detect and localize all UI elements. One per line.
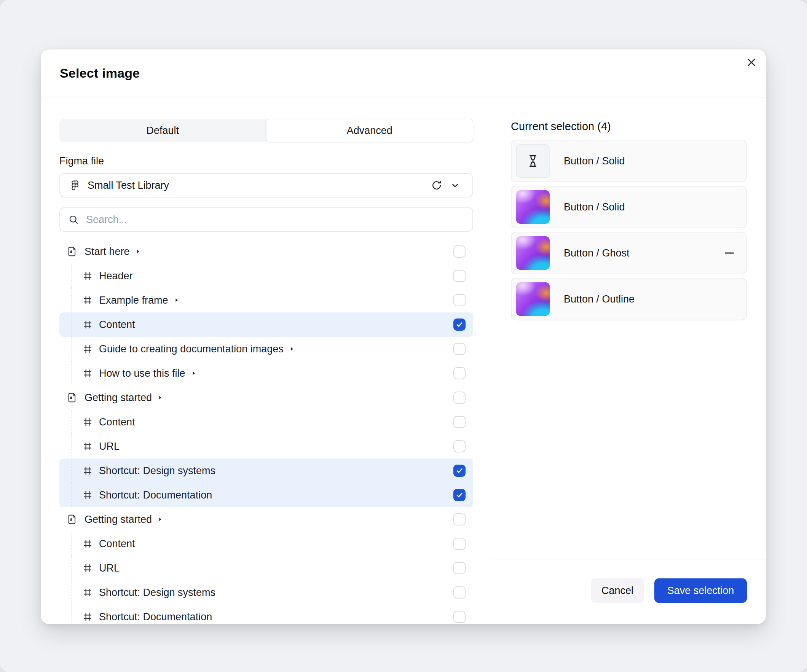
selection-item-label: Button / Ghost [564,247,629,259]
row-checkbox[interactable] [453,538,465,550]
tree-row-frame[interactable]: Example frame [60,288,473,312]
hourglass-icon [526,154,540,168]
tree-row-label: Content [99,416,135,428]
tab-default[interactable]: Default [60,119,266,142]
save-selection-button[interactable]: Save selection [654,578,747,603]
tree-row-label: Guide to creating documentation images [99,343,284,355]
browse-panel: Default Advanced Figma file Small Test L… [41,98,492,624]
selection-item[interactable]: Button / Solid [511,139,747,182]
cancel-button[interactable]: Cancel [591,578,644,603]
selection-item[interactable]: Button / Outline [511,278,747,320]
tree-row-label: Start here [85,246,130,257]
row-checkbox[interactable] [453,246,465,257]
row-checkbox[interactable] [453,513,465,526]
selection-item[interactable]: Button / Ghost [511,232,747,274]
row-checkbox[interactable] [453,465,465,477]
tree-row-label: Shortcut: Documentation [99,611,212,623]
tree-row-frame[interactable]: Shortcut: Documentation [60,605,473,624]
caret-right-icon[interactable] [289,346,295,352]
row-checkbox[interactable] [453,392,465,404]
tree-row-page[interactable]: Getting started [60,507,473,532]
tree-row-frame[interactable]: Header [60,264,473,288]
tree-row-frame[interactable]: Shortcut: Design systems [60,458,473,483]
search-icon [68,214,79,225]
tree-row-frame[interactable]: Shortcut: Documentation [60,483,473,507]
figma-file-value: Small Test Library [88,179,427,191]
image-thumbnail [516,190,550,224]
row-checkbox[interactable] [453,416,465,428]
caret-right-icon[interactable] [174,297,180,303]
tree-row-label: Example frame [99,295,168,306]
frame-tree: Start here Header Example frame [60,239,473,624]
row-checkbox[interactable] [453,270,465,282]
image-thumbnail [516,236,550,270]
refresh-button[interactable] [427,176,446,194]
figma-logo-icon [69,179,81,191]
remove-item-button[interactable] [721,245,738,261]
dialog-title: Select image [60,66,140,81]
search-box [60,207,473,232]
row-checkbox[interactable] [453,343,465,355]
tab-advanced[interactable]: Advanced [266,119,473,142]
refresh-icon [431,179,442,191]
tree-row-label: URL [99,441,120,453]
selection-item-label: Button / Outline [564,294,634,305]
frame-icon [82,465,93,476]
selection-item[interactable]: Button / Solid [511,186,747,228]
caret-right-icon[interactable] [191,370,197,376]
minus-icon [723,247,736,259]
tree-row-label: How to use this file [99,368,185,379]
close-button[interactable] [742,53,761,71]
tree-row-label: URL [99,562,120,574]
tree-row-frame[interactable]: Shortcut: Design systems [60,580,473,605]
desktop-background: Select image Default Advanced Figma file [0,0,807,672]
tree-row-frame[interactable]: URL [60,434,473,458]
page-icon [66,392,77,403]
file-dropdown-button[interactable] [446,176,464,194]
frame-icon [82,612,93,622]
row-checkbox[interactable] [453,367,465,379]
frame-icon [82,368,93,378]
close-icon [746,57,757,68]
tree-row-label: Shortcut: Design systems [99,587,216,599]
tree-row-frame[interactable]: Content [60,532,473,556]
caret-right-icon[interactable] [135,249,141,255]
current-selection-panel: Current selection (4) Button / Solid But… [492,98,766,624]
selection-heading: Current selection (4) [511,120,747,133]
row-checkbox[interactable] [453,611,465,623]
selection-list: Button / Solid Button / Solid Button / G… [511,139,747,320]
tree-row-label: Getting started [85,392,152,404]
row-checkbox[interactable] [453,586,465,599]
select-image-dialog: Select image Default Advanced Figma file [41,50,766,624]
tree-row-label: Shortcut: Design systems [99,465,216,477]
frame-icon [82,319,93,330]
row-checkbox[interactable] [453,489,465,501]
frame-icon [82,295,93,305]
row-checkbox[interactable] [453,440,465,453]
page-icon [66,514,77,525]
row-checkbox[interactable] [453,294,465,306]
tree-row-frame[interactable]: URL [60,556,473,580]
tree-row-frame[interactable]: Content [60,312,473,337]
frame-icon [82,587,93,598]
row-checkbox[interactable] [453,562,465,574]
frame-icon [82,563,93,573]
chevron-down-icon [450,180,460,191]
figma-file-select[interactable]: Small Test Library [60,173,473,197]
tree-row-label: Content [99,538,135,550]
frame-icon [82,490,93,500]
tree-row-frame[interactable]: How to use this file [60,361,473,385]
tree-row-page[interactable]: Getting started [60,385,473,410]
caret-right-icon[interactable] [157,395,163,401]
frame-icon [82,270,93,281]
frame-icon [82,416,93,427]
search-input[interactable] [85,214,465,226]
dialog-footer: Cancel Save selection [492,559,766,624]
caret-right-icon[interactable] [157,516,163,523]
tree-row-page[interactable]: Start here [60,239,473,264]
frame-icon [82,538,93,549]
tree-row-frame[interactable]: Guide to creating documentation images [60,337,473,361]
dialog-body: Default Advanced Figma file Small Test L… [41,98,766,624]
row-checkbox[interactable] [453,319,465,331]
tree-row-frame[interactable]: Content [60,410,473,434]
